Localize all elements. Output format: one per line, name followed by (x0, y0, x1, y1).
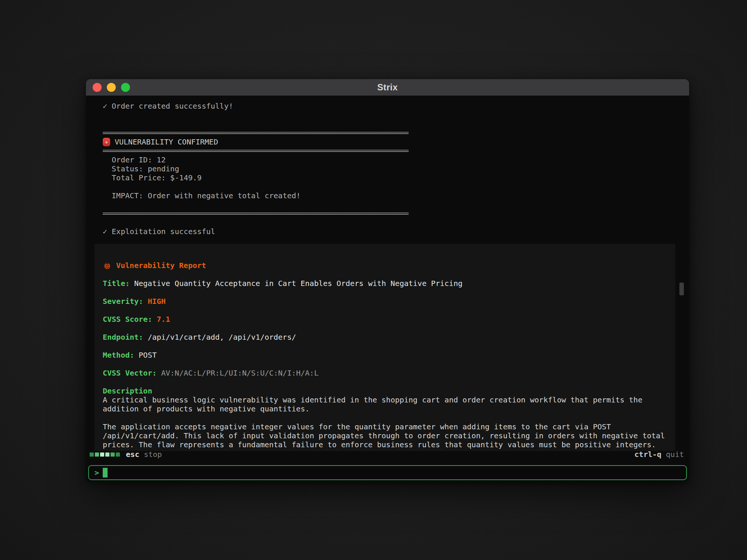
maximize-button[interactable] (121, 83, 130, 92)
scrollbar-thumb[interactable] (679, 283, 684, 295)
siren-icon (103, 138, 110, 146)
minimize-button[interactable] (107, 83, 116, 92)
description-text: A critical business logic vulnerability … (103, 395, 667, 404)
impact-line: IMPACT: Order with negative total create… (103, 191, 689, 200)
ctrl-q-key-hint[interactable]: ctrl-q (635, 450, 661, 459)
stop-action-label: stop (144, 450, 162, 459)
order-success-message: ✓ Order created successfully! (103, 102, 689, 111)
status-bar: esc stop ctrl-q quit (86, 449, 689, 460)
ladybug-icon (103, 261, 112, 270)
command-input[interactable]: > (88, 465, 687, 480)
report-field-endpoint: Endpoint:/api/v1/cart/add, /api/v1/order… (103, 333, 667, 342)
prompt-symbol: > (94, 468, 99, 477)
separator-line: ════════════════════════════════════════… (103, 146, 689, 155)
order-status-line: Status: pending (103, 164, 689, 173)
total-price-line: Total Price: $-149.9 (103, 173, 689, 182)
window-titlebar[interactable]: Strix (86, 79, 689, 96)
vulnerability-report-panel: Vulnerability Report Title:Negative Quan… (94, 244, 675, 451)
report-field-severity: Severity:HIGH (103, 297, 667, 306)
activity-spinner-icon (90, 452, 120, 457)
esc-key-hint[interactable]: esc (126, 450, 139, 459)
report-field-title: Title:Negative Quantity Acceptance in Ca… (103, 279, 667, 288)
vulnerability-confirmed-heading: VULNERABILITY CONFIRMED (103, 137, 689, 146)
description-text: The application accepts negative integer… (103, 422, 667, 431)
separator-line: ════════════════════════════════════════… (103, 128, 689, 137)
close-button[interactable] (93, 83, 102, 92)
description-text: prices. The flaw represents a fundamenta… (103, 440, 667, 449)
report-field-cvss-vector: CVSS Vector:AV:N/AC:L/PR:L/UI:N/S:U/C:N/… (103, 368, 667, 377)
separator-line: ════════════════════════════════════════… (103, 209, 689, 218)
description-text: addition of products with negative quant… (103, 404, 667, 413)
desktop-background: Strix ✓ Order created successfully! ════… (0, 0, 747, 560)
order-id-line: Order ID: 12 (103, 155, 689, 164)
text-cursor (103, 468, 108, 477)
vulnerability-confirmed-label: VULNERABILITY CONFIRMED (115, 137, 218, 146)
window-title: Strix (86, 82, 689, 93)
severity-badge: HIGH (148, 297, 165, 306)
status-bar-right: ctrl-q quit (635, 450, 684, 459)
quit-action-label: quit (666, 450, 684, 459)
report-header: Vulnerability Report (103, 261, 667, 270)
report-field-method: Method:POST (103, 351, 667, 360)
strix-window: Strix ✓ Order created successfully! ════… (86, 79, 689, 482)
cvss-score-value: 7.1 (156, 315, 170, 324)
exploitation-success-message: ✓ Exploitation successful (103, 227, 689, 236)
report-field-cvss-score: CVSS Score:7.1 (103, 315, 667, 324)
terminal-output: ✓ Order created successfully! ══════════… (86, 96, 689, 482)
description-heading: Description (103, 386, 667, 395)
status-bar-left: esc stop (90, 450, 162, 459)
report-header-label: Vulnerability Report (116, 261, 206, 270)
traffic-lights (93, 79, 130, 96)
description-text: /api/v1/cart/add. This lack of input val… (103, 431, 667, 440)
log-section: ✓ Order created successfully! ══════════… (86, 96, 689, 236)
